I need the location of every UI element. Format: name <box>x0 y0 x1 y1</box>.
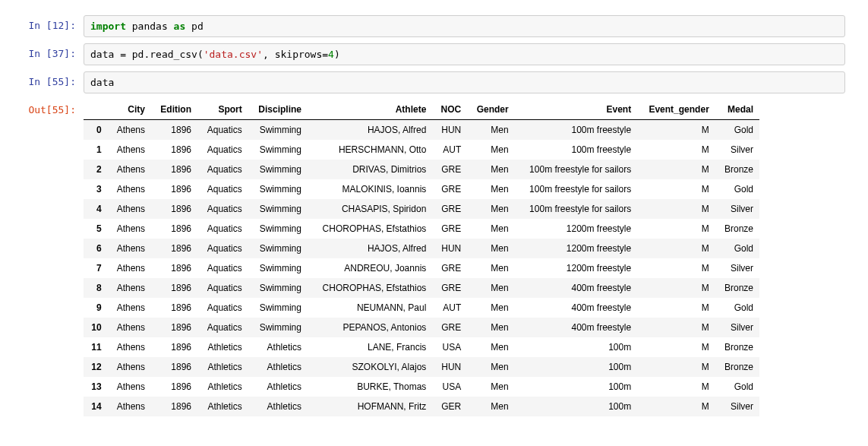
table-cell: Athens <box>108 179 151 199</box>
row-index: 10 <box>84 318 108 337</box>
table-cell: M <box>637 318 715 337</box>
table-cell: Aquatics <box>197 239 248 258</box>
column-header: Event <box>515 100 638 120</box>
table-cell: HAJOS, Alfred <box>308 239 432 258</box>
column-header: Athlete <box>308 100 432 120</box>
row-index: 3 <box>84 179 108 199</box>
table-cell: BURKE, Thomas <box>308 377 432 397</box>
table-cell: M <box>637 357 715 377</box>
row-index: 5 <box>84 219 108 239</box>
code-cell-12: In [12]: import pandas as pd <box>23 15 845 37</box>
table-cell: Men <box>467 179 514 199</box>
code-token: 'data.csv' <box>204 49 263 60</box>
table-row: 6Athens1896AquaticsSwimmingHAJOS, Alfred… <box>84 239 759 258</box>
table-cell: CHOROPHAS, Efstathios <box>308 278 432 298</box>
table-cell: 1896 <box>151 298 197 318</box>
table-cell: 400m freestyle <box>515 298 638 318</box>
table-row: 11Athens1896AthleticsAthleticsLANE, Fran… <box>84 337 759 357</box>
table-cell: Athens <box>108 278 151 298</box>
table-cell: 100m freestyle <box>515 120 638 141</box>
table-cell: Athens <box>108 337 151 357</box>
table-cell: 1896 <box>151 199 197 219</box>
table-cell: 400m freestyle <box>515 318 638 337</box>
row-index: 13 <box>84 377 108 397</box>
table-row: 3Athens1896AquaticsSwimmingMALOKINIS, Io… <box>84 179 759 199</box>
table-cell: 1896 <box>151 337 197 357</box>
table-cell: M <box>637 377 715 397</box>
table-cell: Athens <box>108 199 151 219</box>
table-cell: M <box>637 298 715 318</box>
table-cell: HUN <box>432 357 467 377</box>
table-cell: M <box>637 258 715 278</box>
table-cell: Gold <box>715 377 759 397</box>
table-cell: 1200m freestyle <box>515 239 638 258</box>
code-input-12[interactable]: import pandas as pd <box>84 15 845 37</box>
table-cell: M <box>637 140 715 160</box>
table-cell: Gold <box>715 298 759 318</box>
table-cell: Men <box>467 140 514 160</box>
table-cell: 100m freestyle for sailors <box>515 179 638 199</box>
table-cell: Bronze <box>715 337 759 357</box>
code-token: import <box>90 21 126 32</box>
table-cell: HUN <box>432 239 467 258</box>
row-index: 11 <box>84 337 108 357</box>
table-cell: GRE <box>432 258 467 278</box>
table-cell: Aquatics <box>197 219 248 239</box>
column-header: Event_gender <box>637 100 715 120</box>
table-cell: Swimming <box>248 179 308 199</box>
table-cell: Bronze <box>715 160 759 179</box>
table-cell: HUN <box>432 120 467 141</box>
code-cell-37: In [37]: data = pd.read_csv('data.csv', … <box>23 43 845 65</box>
table-cell: GRE <box>432 318 467 337</box>
table-row: 5Athens1896AquaticsSwimmingCHOROPHAS, Ef… <box>84 219 759 239</box>
table-cell: PEPANOS, Antonios <box>308 318 432 337</box>
table-cell: GRE <box>432 179 467 199</box>
table-cell: 1896 <box>151 160 197 179</box>
table-cell: Men <box>467 239 514 258</box>
table-cell: Men <box>467 357 514 377</box>
table-cell: Gold <box>715 179 759 199</box>
table-cell: Swimming <box>248 318 308 337</box>
table-cell: Men <box>467 160 514 179</box>
table-cell: 1896 <box>151 278 197 298</box>
table-cell: Athens <box>108 397 151 416</box>
table-cell: USA <box>432 337 467 357</box>
table-cell: Swimming <box>248 298 308 318</box>
table-cell: Swimming <box>248 258 308 278</box>
code-token: data = pd.read_csv( <box>90 49 204 60</box>
table-header-row: CityEditionSportDisciplineAthleteNOCGend… <box>84 100 759 120</box>
table-cell: NEUMANN, Paul <box>308 298 432 318</box>
column-header: Gender <box>467 100 514 120</box>
table-cell: Athletics <box>248 337 308 357</box>
table-cell: Athens <box>108 120 151 141</box>
table-cell: DRIVAS, Dimitrios <box>308 160 432 179</box>
table-cell: LANE, Francis <box>308 337 432 357</box>
prompt-out-55: Out[55]: <box>23 100 84 120</box>
table-cell: Men <box>467 278 514 298</box>
table-cell: Bronze <box>715 357 759 377</box>
dataframe-table: CityEditionSportDisciplineAthleteNOCGend… <box>84 100 759 416</box>
table-cell: 100m <box>515 357 638 377</box>
table-cell: M <box>637 179 715 199</box>
row-index: 12 <box>84 357 108 377</box>
table-cell: MALOKINIS, Ioannis <box>308 179 432 199</box>
table-cell: 1896 <box>151 258 197 278</box>
table-cell: 1896 <box>151 120 197 141</box>
code-input-37[interactable]: data = pd.read_csv('data.csv', skiprows=… <box>84 43 845 65</box>
code-input-55[interactable]: data <box>84 71 845 93</box>
table-cell: Men <box>467 298 514 318</box>
table-cell: Aquatics <box>197 179 248 199</box>
table-cell: Silver <box>715 140 759 160</box>
table-cell: Aquatics <box>197 278 248 298</box>
table-cell: Athens <box>108 258 151 278</box>
table-cell: Bronze <box>715 219 759 239</box>
prompt-in-55: In [55]: <box>23 71 84 92</box>
row-index: 0 <box>84 120 108 141</box>
table-row: 4Athens1896AquaticsSwimmingCHASAPIS, Spi… <box>84 199 759 219</box>
table-row: 7Athens1896AquaticsSwimmingANDREOU, Joan… <box>84 258 759 278</box>
table-cell: Aquatics <box>197 140 248 160</box>
table-cell: Silver <box>715 318 759 337</box>
table-row: 2Athens1896AquaticsSwimmingDRIVAS, Dimit… <box>84 160 759 179</box>
table-cell: M <box>637 239 715 258</box>
code-token: ) <box>334 49 340 60</box>
